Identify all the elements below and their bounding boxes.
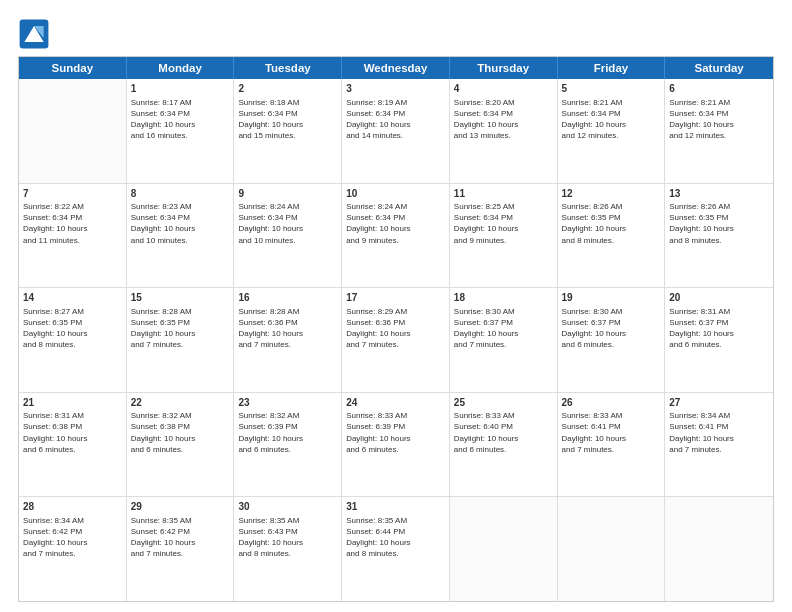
day-info: Sunrise: 8:26 AM Sunset: 6:35 PM Dayligh… xyxy=(562,201,661,246)
day-cell-29: 29Sunrise: 8:35 AM Sunset: 6:42 PM Dayli… xyxy=(127,497,235,601)
calendar-row-0: 1Sunrise: 8:17 AM Sunset: 6:34 PM Daylig… xyxy=(19,79,773,184)
day-number: 2 xyxy=(238,82,337,96)
day-number: 5 xyxy=(562,82,661,96)
day-info: Sunrise: 8:35 AM Sunset: 6:42 PM Dayligh… xyxy=(131,515,230,560)
day-cell-28: 28Sunrise: 8:34 AM Sunset: 6:42 PM Dayli… xyxy=(19,497,127,601)
day-cell-4: 4Sunrise: 8:20 AM Sunset: 6:34 PM Daylig… xyxy=(450,79,558,183)
day-info: Sunrise: 8:18 AM Sunset: 6:34 PM Dayligh… xyxy=(238,97,337,142)
logo xyxy=(18,18,54,50)
empty-cell xyxy=(558,497,666,601)
weekday-header-wednesday: Wednesday xyxy=(342,57,450,79)
page: SundayMondayTuesdayWednesdayThursdayFrid… xyxy=(0,0,792,612)
calendar-row-2: 14Sunrise: 8:27 AM Sunset: 6:35 PM Dayli… xyxy=(19,288,773,393)
day-number: 10 xyxy=(346,187,445,201)
day-info: Sunrise: 8:33 AM Sunset: 6:40 PM Dayligh… xyxy=(454,410,553,455)
day-cell-3: 3Sunrise: 8:19 AM Sunset: 6:34 PM Daylig… xyxy=(342,79,450,183)
day-info: Sunrise: 8:33 AM Sunset: 6:41 PM Dayligh… xyxy=(562,410,661,455)
day-cell-21: 21Sunrise: 8:31 AM Sunset: 6:38 PM Dayli… xyxy=(19,393,127,497)
calendar-row-1: 7Sunrise: 8:22 AM Sunset: 6:34 PM Daylig… xyxy=(19,184,773,289)
day-info: Sunrise: 8:21 AM Sunset: 6:34 PM Dayligh… xyxy=(669,97,769,142)
day-cell-18: 18Sunrise: 8:30 AM Sunset: 6:37 PM Dayli… xyxy=(450,288,558,392)
day-cell-22: 22Sunrise: 8:32 AM Sunset: 6:38 PM Dayli… xyxy=(127,393,235,497)
day-info: Sunrise: 8:19 AM Sunset: 6:34 PM Dayligh… xyxy=(346,97,445,142)
day-info: Sunrise: 8:22 AM Sunset: 6:34 PM Dayligh… xyxy=(23,201,122,246)
day-info: Sunrise: 8:26 AM Sunset: 6:35 PM Dayligh… xyxy=(669,201,769,246)
day-info: Sunrise: 8:20 AM Sunset: 6:34 PM Dayligh… xyxy=(454,97,553,142)
day-number: 17 xyxy=(346,291,445,305)
day-cell-15: 15Sunrise: 8:28 AM Sunset: 6:35 PM Dayli… xyxy=(127,288,235,392)
day-cell-27: 27Sunrise: 8:34 AM Sunset: 6:41 PM Dayli… xyxy=(665,393,773,497)
day-number: 3 xyxy=(346,82,445,96)
weekday-header-friday: Friday xyxy=(558,57,666,79)
day-number: 8 xyxy=(131,187,230,201)
day-info: Sunrise: 8:31 AM Sunset: 6:38 PM Dayligh… xyxy=(23,410,122,455)
day-number: 9 xyxy=(238,187,337,201)
day-number: 4 xyxy=(454,82,553,96)
day-number: 12 xyxy=(562,187,661,201)
day-number: 25 xyxy=(454,396,553,410)
day-number: 7 xyxy=(23,187,122,201)
calendar-row-3: 21Sunrise: 8:31 AM Sunset: 6:38 PM Dayli… xyxy=(19,393,773,498)
day-info: Sunrise: 8:27 AM Sunset: 6:35 PM Dayligh… xyxy=(23,306,122,351)
day-cell-7: 7Sunrise: 8:22 AM Sunset: 6:34 PM Daylig… xyxy=(19,184,127,288)
day-number: 21 xyxy=(23,396,122,410)
day-cell-30: 30Sunrise: 8:35 AM Sunset: 6:43 PM Dayli… xyxy=(234,497,342,601)
weekday-header-thursday: Thursday xyxy=(450,57,558,79)
day-info: Sunrise: 8:28 AM Sunset: 6:35 PM Dayligh… xyxy=(131,306,230,351)
calendar-header: SundayMondayTuesdayWednesdayThursdayFrid… xyxy=(19,57,773,79)
day-number: 20 xyxy=(669,291,769,305)
weekday-header-saturday: Saturday xyxy=(665,57,773,79)
day-number: 19 xyxy=(562,291,661,305)
day-cell-25: 25Sunrise: 8:33 AM Sunset: 6:40 PM Dayli… xyxy=(450,393,558,497)
day-number: 30 xyxy=(238,500,337,514)
day-cell-12: 12Sunrise: 8:26 AM Sunset: 6:35 PM Dayli… xyxy=(558,184,666,288)
day-cell-6: 6Sunrise: 8:21 AM Sunset: 6:34 PM Daylig… xyxy=(665,79,773,183)
day-cell-5: 5Sunrise: 8:21 AM Sunset: 6:34 PM Daylig… xyxy=(558,79,666,183)
empty-cell xyxy=(665,497,773,601)
day-info: Sunrise: 8:33 AM Sunset: 6:39 PM Dayligh… xyxy=(346,410,445,455)
day-number: 28 xyxy=(23,500,122,514)
day-cell-10: 10Sunrise: 8:24 AM Sunset: 6:34 PM Dayli… xyxy=(342,184,450,288)
weekday-header-monday: Monday xyxy=(127,57,235,79)
day-number: 11 xyxy=(454,187,553,201)
day-info: Sunrise: 8:29 AM Sunset: 6:36 PM Dayligh… xyxy=(346,306,445,351)
header xyxy=(18,18,774,50)
day-cell-11: 11Sunrise: 8:25 AM Sunset: 6:34 PM Dayli… xyxy=(450,184,558,288)
day-number: 1 xyxy=(131,82,230,96)
day-cell-13: 13Sunrise: 8:26 AM Sunset: 6:35 PM Dayli… xyxy=(665,184,773,288)
day-cell-20: 20Sunrise: 8:31 AM Sunset: 6:37 PM Dayli… xyxy=(665,288,773,392)
day-number: 29 xyxy=(131,500,230,514)
day-cell-19: 19Sunrise: 8:30 AM Sunset: 6:37 PM Dayli… xyxy=(558,288,666,392)
day-number: 14 xyxy=(23,291,122,305)
day-number: 13 xyxy=(669,187,769,201)
day-info: Sunrise: 8:25 AM Sunset: 6:34 PM Dayligh… xyxy=(454,201,553,246)
day-cell-31: 31Sunrise: 8:35 AM Sunset: 6:44 PM Dayli… xyxy=(342,497,450,601)
day-info: Sunrise: 8:23 AM Sunset: 6:34 PM Dayligh… xyxy=(131,201,230,246)
day-info: Sunrise: 8:34 AM Sunset: 6:42 PM Dayligh… xyxy=(23,515,122,560)
day-number: 31 xyxy=(346,500,445,514)
day-info: Sunrise: 8:28 AM Sunset: 6:36 PM Dayligh… xyxy=(238,306,337,351)
day-number: 6 xyxy=(669,82,769,96)
calendar: SundayMondayTuesdayWednesdayThursdayFrid… xyxy=(18,56,774,602)
day-number: 16 xyxy=(238,291,337,305)
day-info: Sunrise: 8:30 AM Sunset: 6:37 PM Dayligh… xyxy=(454,306,553,351)
day-info: Sunrise: 8:21 AM Sunset: 6:34 PM Dayligh… xyxy=(562,97,661,142)
day-number: 23 xyxy=(238,396,337,410)
day-cell-26: 26Sunrise: 8:33 AM Sunset: 6:41 PM Dayli… xyxy=(558,393,666,497)
calendar-row-4: 28Sunrise: 8:34 AM Sunset: 6:42 PM Dayli… xyxy=(19,497,773,601)
day-number: 24 xyxy=(346,396,445,410)
day-number: 18 xyxy=(454,291,553,305)
day-info: Sunrise: 8:30 AM Sunset: 6:37 PM Dayligh… xyxy=(562,306,661,351)
day-cell-9: 9Sunrise: 8:24 AM Sunset: 6:34 PM Daylig… xyxy=(234,184,342,288)
day-cell-16: 16Sunrise: 8:28 AM Sunset: 6:36 PM Dayli… xyxy=(234,288,342,392)
logo-icon xyxy=(18,18,50,50)
day-number: 22 xyxy=(131,396,230,410)
day-cell-8: 8Sunrise: 8:23 AM Sunset: 6:34 PM Daylig… xyxy=(127,184,235,288)
day-info: Sunrise: 8:24 AM Sunset: 6:34 PM Dayligh… xyxy=(346,201,445,246)
weekday-header-sunday: Sunday xyxy=(19,57,127,79)
day-info: Sunrise: 8:35 AM Sunset: 6:43 PM Dayligh… xyxy=(238,515,337,560)
day-number: 27 xyxy=(669,396,769,410)
empty-cell xyxy=(450,497,558,601)
day-number: 26 xyxy=(562,396,661,410)
day-cell-2: 2Sunrise: 8:18 AM Sunset: 6:34 PM Daylig… xyxy=(234,79,342,183)
